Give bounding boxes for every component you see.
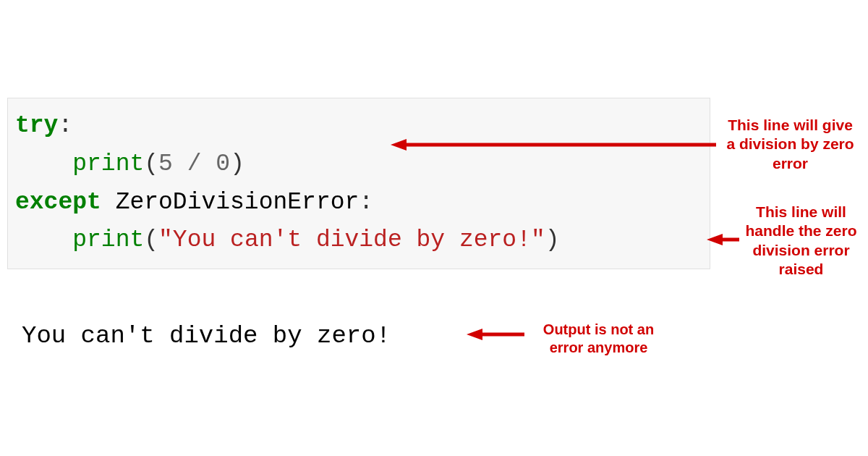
annotation-division-error: This line will give a division by zero e… <box>723 116 857 173</box>
arrow-icon <box>467 327 532 346</box>
code-line-1: try: <box>15 107 702 145</box>
fn-print: print <box>72 227 144 253</box>
space <box>202 151 216 177</box>
svg-marker-5 <box>467 329 482 340</box>
paren-open: ( <box>144 227 158 253</box>
code-block: try: print(5 / 0) except ZeroDivisionErr… <box>7 98 710 269</box>
paren-close: ) <box>230 151 244 177</box>
keyword-try: try <box>15 112 58 139</box>
output-text: You can't divide by zero! <box>22 322 391 350</box>
indent <box>15 151 72 177</box>
annotation-handle-error: This line will handle the zero division … <box>738 203 864 279</box>
keyword-except: except <box>15 189 101 216</box>
colon: : <box>359 189 373 216</box>
space <box>173 151 187 177</box>
code-line-4: print("You can't divide by zero!") <box>15 221 702 260</box>
paren-open: ( <box>144 151 158 177</box>
number-0: 0 <box>216 151 230 177</box>
annotation-output: Output is not an error anymore <box>528 321 669 357</box>
paren-close: ) <box>545 227 560 253</box>
code-line-3: except ZeroDivisionError: <box>15 184 702 222</box>
space <box>101 189 116 216</box>
operator-divide: / <box>187 151 202 177</box>
string-literal: "You can't divide by zero!" <box>158 227 545 253</box>
class-zerodivision: ZeroDivisionError <box>116 189 359 216</box>
colon: : <box>58 112 72 139</box>
indent <box>15 227 72 253</box>
code-line-2: print(5 / 0) <box>15 145 702 184</box>
fn-print: print <box>72 151 144 177</box>
number-5: 5 <box>158 151 173 177</box>
